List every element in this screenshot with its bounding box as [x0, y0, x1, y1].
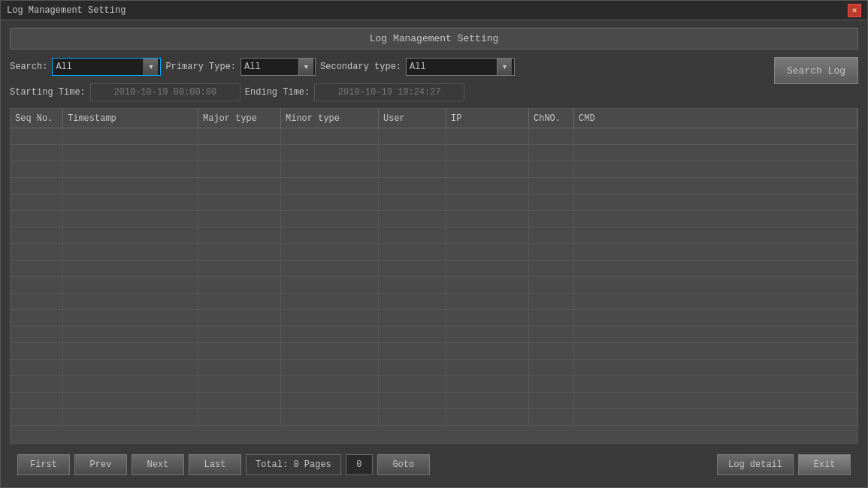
table-cell	[446, 194, 529, 210]
table-cell	[379, 211, 446, 227]
search-log-button[interactable]: Search Log	[774, 57, 858, 84]
table-cell	[529, 393, 574, 408]
table-cell	[446, 376, 529, 392]
table-cell	[446, 310, 529, 326]
table-row[interactable]	[11, 211, 857, 227]
table-cell	[11, 261, 63, 276]
starting-time-label: Starting Time:	[10, 87, 86, 98]
table-cell	[281, 194, 379, 210]
table-row[interactable]	[11, 161, 857, 178]
table-cell	[11, 227, 63, 243]
col-major-type: Major type	[198, 109, 281, 128]
table-cell	[11, 393, 63, 408]
table-cell	[281, 409, 379, 425]
table-cell	[11, 145, 63, 161]
table-cell	[529, 343, 574, 359]
table-row[interactable]	[11, 294, 857, 310]
table-cell	[11, 376, 63, 392]
table-cell	[574, 128, 857, 144]
col-ip: IP	[446, 109, 529, 128]
search-input[interactable]	[53, 59, 143, 75]
table-cell	[281, 376, 379, 392]
primary-type-select-wrapper: ▼	[240, 58, 316, 76]
controls-row-2: Starting Time: Ending Time:	[10, 83, 768, 102]
table-row[interactable]	[11, 277, 857, 294]
table-cell	[11, 360, 63, 375]
page-number-input[interactable]	[346, 454, 373, 475]
table-row[interactable]	[11, 327, 857, 343]
table-cell	[574, 145, 857, 161]
table-cell	[198, 393, 281, 408]
table-row[interactable]	[11, 360, 857, 376]
last-button[interactable]: Last	[189, 454, 241, 475]
secondary-type-dropdown-btn[interactable]: ▼	[497, 59, 512, 75]
table-row[interactable]	[11, 194, 857, 211]
table-cell	[11, 161, 63, 177]
table-cell	[281, 277, 379, 293]
table-cell	[574, 277, 857, 293]
table-cell	[198, 128, 281, 144]
right-buttons: Log detail Exit	[717, 454, 851, 475]
secondary-type-label: Secondary type:	[320, 62, 401, 72]
table-cell	[63, 360, 198, 375]
starting-time-input[interactable]	[90, 83, 240, 101]
window-title: Log Management Setting	[7, 5, 126, 16]
table-cell	[379, 178, 446, 194]
table-cell	[198, 227, 281, 243]
table-cell	[379, 327, 446, 342]
main-window: Log Management Setting ✕ Log Management …	[0, 0, 868, 488]
table-cell	[529, 409, 574, 425]
table-row[interactable]	[11, 227, 857, 244]
table-cell	[446, 294, 529, 309]
exit-button[interactable]: Exit	[798, 454, 851, 475]
table-cell	[529, 327, 574, 342]
table-row[interactable]	[11, 145, 857, 161]
table-cell	[574, 261, 857, 276]
next-button[interactable]: Next	[132, 454, 184, 475]
first-button[interactable]: First	[17, 454, 70, 475]
table-row[interactable]	[11, 343, 857, 360]
table-row[interactable]	[11, 376, 857, 393]
table-cell	[281, 360, 379, 375]
table-cell	[529, 244, 574, 260]
table-cell	[574, 194, 857, 210]
table-cell	[446, 277, 529, 293]
table-cell	[529, 128, 574, 144]
col-seq-no: Seq No.	[11, 109, 63, 128]
table-cell	[574, 343, 857, 359]
table-row[interactable]	[11, 409, 857, 426]
table-row[interactable]	[11, 244, 857, 261]
table-cell	[63, 409, 198, 425]
prev-button[interactable]: Prev	[74, 454, 127, 475]
ending-time-input[interactable]	[314, 83, 464, 101]
table-cell	[63, 343, 198, 359]
table-row[interactable]	[11, 261, 857, 277]
search-dropdown-btn[interactable]: ▼	[143, 59, 158, 75]
table-row[interactable]	[11, 178, 857, 194]
table-header: Seq No. Timestamp Major type Minor type …	[11, 109, 857, 128]
col-cmd: CMD	[574, 109, 857, 128]
goto-button[interactable]: Goto	[377, 454, 430, 475]
table-cell	[574, 360, 857, 375]
table-cell	[63, 227, 198, 243]
table-cell	[281, 343, 379, 359]
log-detail-button[interactable]: Log detail	[717, 454, 794, 475]
table-cell	[11, 244, 63, 260]
table-row[interactable]	[11, 128, 857, 145]
secondary-type-input[interactable]	[407, 59, 497, 75]
close-button[interactable]: ✕	[848, 4, 861, 17]
table-cell	[281, 310, 379, 326]
primary-type-dropdown-btn[interactable]: ▼	[298, 59, 313, 75]
table-cell	[379, 393, 446, 408]
primary-type-input[interactable]	[241, 59, 298, 75]
table-cell	[198, 376, 281, 392]
table-cell	[281, 294, 379, 309]
table-row[interactable]	[11, 393, 857, 409]
log-table: Seq No. Timestamp Major type Minor type …	[10, 108, 858, 444]
table-row[interactable]	[11, 310, 857, 327]
table-cell	[11, 178, 63, 194]
table-cell	[198, 161, 281, 177]
table-cell	[11, 409, 63, 425]
total-pages-display: Total: 0 Pages	[246, 454, 341, 475]
table-cell	[529, 261, 574, 276]
